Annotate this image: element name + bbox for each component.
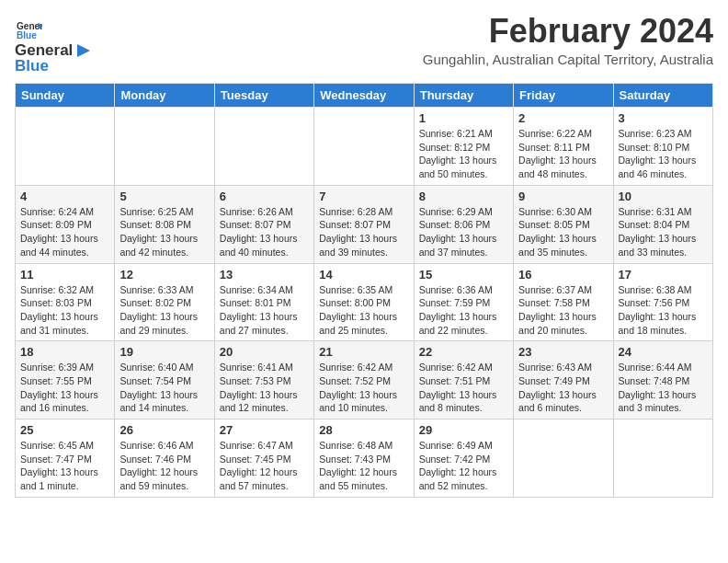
logo-arrow-icon — [74, 40, 94, 61]
calendar-cell — [514, 419, 613, 498]
day-number: 10 — [619, 190, 708, 203]
calendar-header: SundayMondayTuesdayWednesdayThursdayFrid… — [16, 84, 713, 108]
calendar-cell: 17Sunrise: 6:38 AMSunset: 7:56 PMDayligh… — [613, 263, 712, 341]
day-info: Sunrise: 6:32 AMSunset: 8:03 PMDaylight:… — [20, 283, 109, 338]
day-number: 9 — [518, 190, 608, 203]
calendar-cell: 10Sunrise: 6:31 AMSunset: 8:04 PMDayligh… — [613, 185, 712, 263]
calendar-cell: 12Sunrise: 6:33 AMSunset: 8:02 PMDayligh… — [115, 263, 214, 341]
calendar-cell — [314, 108, 414, 186]
logo-icon: General Blue — [17, 18, 42, 44]
day-number: 26 — [119, 423, 209, 437]
calendar-cell: 22Sunrise: 6:42 AMSunset: 7:51 PMDayligh… — [414, 341, 513, 419]
day-info: Sunrise: 6:23 AMSunset: 8:10 PMDaylight:… — [619, 127, 708, 181]
calendar-cell: 11Sunrise: 6:32 AMSunset: 8:03 PMDayligh… — [16, 263, 115, 341]
day-info: Sunrise: 6:44 AMSunset: 7:48 PMDaylight:… — [619, 361, 708, 415]
day-info: Sunrise: 6:26 AMSunset: 8:07 PMDaylight:… — [220, 205, 309, 259]
day-number: 24 — [619, 345, 708, 359]
calendar-cell: 2Sunrise: 6:22 AMSunset: 8:11 PMDaylight… — [514, 108, 613, 186]
day-info: Sunrise: 6:25 AMSunset: 8:08 PMDaylight:… — [119, 205, 209, 259]
day-info: Sunrise: 6:33 AMSunset: 8:02 PMDaylight:… — [119, 283, 209, 338]
day-info: Sunrise: 6:39 AMSunset: 7:55 PMDaylight:… — [20, 361, 109, 415]
calendar-cell: 24Sunrise: 6:44 AMSunset: 7:48 PMDayligh… — [613, 341, 712, 419]
day-info: Sunrise: 6:42 AMSunset: 7:51 PMDaylight:… — [419, 361, 508, 415]
day-number: 28 — [319, 423, 408, 437]
calendar-week-5: 25Sunrise: 6:45 AMSunset: 7:47 PMDayligh… — [16, 419, 713, 498]
day-number: 21 — [319, 345, 408, 359]
calendar-cell: 26Sunrise: 6:46 AMSunset: 7:46 PMDayligh… — [115, 419, 214, 498]
svg-marker-3 — [77, 44, 90, 57]
day-info: Sunrise: 6:22 AMSunset: 8:11 PMDaylight:… — [518, 127, 608, 181]
calendar-body: 1Sunrise: 6:21 AMSunset: 8:12 PMDaylight… — [16, 108, 713, 498]
day-number: 8 — [419, 190, 508, 203]
calendar-cell: 29Sunrise: 6:49 AMSunset: 7:42 PMDayligh… — [414, 419, 513, 498]
weekday-header-friday: Friday — [514, 84, 613, 108]
day-info: Sunrise: 6:38 AMSunset: 7:56 PMDaylight:… — [619, 283, 708, 338]
day-number: 1 — [419, 111, 508, 125]
day-number: 27 — [220, 423, 309, 437]
calendar-week-1: 1Sunrise: 6:21 AMSunset: 8:12 PMDaylight… — [16, 108, 713, 186]
day-number: 19 — [119, 345, 209, 359]
day-number: 5 — [119, 190, 209, 203]
weekday-header-saturday: Saturday — [613, 84, 712, 108]
page-container: General Blue General Blue February 2024 … — [0, 0, 728, 505]
location-subtitle: Gungahlin, Australian Capital Territory,… — [423, 52, 713, 67]
calendar-week-3: 11Sunrise: 6:32 AMSunset: 8:03 PMDayligh… — [16, 263, 713, 341]
day-info: Sunrise: 6:43 AMSunset: 7:49 PMDaylight:… — [518, 361, 608, 415]
weekday-header-wednesday: Wednesday — [314, 84, 414, 108]
day-info: Sunrise: 6:48 AMSunset: 7:43 PMDaylight:… — [319, 439, 408, 493]
weekday-row: SundayMondayTuesdayWednesdayThursdayFrid… — [16, 84, 713, 108]
weekday-header-tuesday: Tuesday — [214, 84, 313, 108]
calendar-week-2: 4Sunrise: 6:24 AMSunset: 8:09 PMDaylight… — [16, 185, 713, 263]
day-info: Sunrise: 6:29 AMSunset: 8:06 PMDaylight:… — [419, 205, 508, 259]
calendar-cell — [613, 419, 712, 498]
day-info: Sunrise: 6:37 AMSunset: 7:58 PMDaylight:… — [518, 283, 608, 338]
day-number: 17 — [619, 268, 708, 282]
calendar-cell: 20Sunrise: 6:41 AMSunset: 7:53 PMDayligh… — [214, 341, 313, 419]
day-number: 2 — [518, 111, 608, 125]
day-number: 3 — [619, 111, 708, 125]
day-info: Sunrise: 6:24 AMSunset: 8:09 PMDaylight:… — [20, 205, 109, 259]
calendar-cell: 4Sunrise: 6:24 AMSunset: 8:09 PMDaylight… — [16, 185, 115, 263]
day-info: Sunrise: 6:28 AMSunset: 8:07 PMDaylight:… — [319, 205, 408, 259]
day-info: Sunrise: 6:40 AMSunset: 7:54 PMDaylight:… — [119, 361, 209, 415]
day-number: 6 — [220, 190, 309, 203]
page-header: General Blue General Blue February 2024 … — [15, 15, 713, 75]
calendar-cell: 15Sunrise: 6:36 AMSunset: 7:59 PMDayligh… — [414, 263, 513, 341]
calendar-cell: 9Sunrise: 6:30 AMSunset: 8:05 PMDaylight… — [514, 185, 613, 263]
day-info: Sunrise: 6:47 AMSunset: 7:45 PMDaylight:… — [220, 439, 309, 493]
svg-text:Blue: Blue — [17, 30, 37, 40]
weekday-header-sunday: Sunday — [16, 84, 115, 108]
calendar-cell: 6Sunrise: 6:26 AMSunset: 8:07 PMDaylight… — [214, 185, 313, 263]
day-info: Sunrise: 6:36 AMSunset: 7:59 PMDaylight:… — [419, 283, 508, 338]
calendar-cell: 28Sunrise: 6:48 AMSunset: 7:43 PMDayligh… — [314, 419, 414, 498]
calendar-cell: 23Sunrise: 6:43 AMSunset: 7:49 PMDayligh… — [514, 341, 613, 419]
day-info: Sunrise: 6:35 AMSunset: 8:00 PMDaylight:… — [319, 283, 408, 338]
day-info: Sunrise: 6:21 AMSunset: 8:12 PMDaylight:… — [419, 127, 508, 181]
calendar-cell: 7Sunrise: 6:28 AMSunset: 8:07 PMDaylight… — [314, 185, 414, 263]
calendar-cell: 25Sunrise: 6:45 AMSunset: 7:47 PMDayligh… — [16, 419, 115, 498]
calendar-cell: 8Sunrise: 6:29 AMSunset: 8:06 PMDaylight… — [414, 185, 513, 263]
day-number: 23 — [518, 345, 608, 359]
day-info: Sunrise: 6:45 AMSunset: 7:47 PMDaylight:… — [20, 439, 109, 493]
calendar-cell: 3Sunrise: 6:23 AMSunset: 8:10 PMDaylight… — [613, 108, 712, 186]
calendar-cell: 16Sunrise: 6:37 AMSunset: 7:58 PMDayligh… — [514, 263, 613, 341]
day-info: Sunrise: 6:34 AMSunset: 8:01 PMDaylight:… — [220, 283, 309, 338]
day-number: 4 — [20, 190, 109, 203]
day-info: Sunrise: 6:30 AMSunset: 8:05 PMDaylight:… — [518, 205, 608, 259]
day-info: Sunrise: 6:49 AMSunset: 7:42 PMDaylight:… — [419, 439, 508, 493]
calendar-cell: 18Sunrise: 6:39 AMSunset: 7:55 PMDayligh… — [16, 341, 115, 419]
day-info: Sunrise: 6:31 AMSunset: 8:04 PMDaylight:… — [619, 205, 708, 259]
calendar-cell — [115, 108, 214, 186]
title-section: February 2024 Gungahlin, Australian Capi… — [423, 15, 713, 67]
day-number: 22 — [419, 345, 508, 359]
calendar-cell: 27Sunrise: 6:47 AMSunset: 7:45 PMDayligh… — [214, 419, 313, 498]
day-number: 7 — [319, 190, 408, 203]
day-info: Sunrise: 6:46 AMSunset: 7:46 PMDaylight:… — [119, 439, 209, 493]
month-title: February 2024 — [423, 15, 713, 48]
calendar-cell — [214, 108, 313, 186]
day-number: 11 — [20, 268, 109, 282]
calendar-cell: 5Sunrise: 6:25 AMSunset: 8:08 PMDaylight… — [115, 185, 214, 263]
day-number: 18 — [20, 345, 109, 359]
calendar-table: SundayMondayTuesdayWednesdayThursdayFrid… — [15, 83, 713, 498]
weekday-header-monday: Monday — [115, 84, 214, 108]
